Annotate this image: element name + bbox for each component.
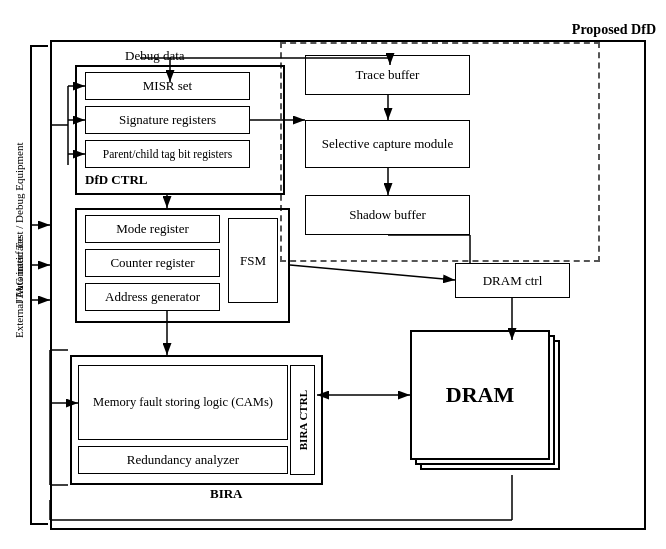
redundancy-analyzer-label: Redundancy analyzer: [127, 452, 239, 468]
signature-registers-label: Signature registers: [119, 112, 216, 128]
bira-ctrl-label: BIRA CTRL: [297, 390, 309, 450]
trace-buffer-label: Trace buffer: [356, 67, 420, 83]
left-bracket-bar: [30, 45, 48, 525]
misr-set-box: MISR set: [85, 72, 250, 100]
trace-buffer-box: Trace buffer: [305, 55, 470, 95]
selective-capture-box: Selective capture module: [305, 120, 470, 168]
proposed-dfd-label: Proposed DfD: [572, 22, 656, 38]
shadow-buffer-label: Shadow buffer: [349, 207, 426, 223]
dram-ctrl-box: DRAM ctrl: [455, 263, 570, 298]
signature-registers-box: Signature registers: [85, 106, 250, 134]
redundancy-analyzer-box: Redundancy analyzer: [78, 446, 288, 474]
counter-register-label: Counter register: [110, 255, 194, 271]
bira-label: BIRA: [210, 486, 243, 502]
dram-main-box: DRAM: [410, 330, 550, 460]
misr-set-label: MISR set: [143, 78, 192, 94]
counter-register-box: Counter register: [85, 249, 220, 277]
fsm-label: FSM: [240, 253, 266, 269]
memory-fault-label: Memory fault storing logic (CAMs): [93, 395, 273, 410]
dram-stack: DRAM: [410, 330, 565, 475]
parent-child-tag-box: Parent/child tag bit registers: [85, 140, 250, 168]
selective-capture-label: Selective capture module: [322, 136, 453, 152]
bira-ctrl-box: BIRA CTRL: [290, 365, 315, 475]
address-generator-box: Address generator: [85, 283, 220, 311]
dram-ctrl-label: DRAM ctrl: [483, 273, 543, 289]
memory-fault-box: Memory fault storing logic (CAMs): [78, 365, 288, 440]
fsm-box: FSM: [228, 218, 278, 303]
dram-label: DRAM: [446, 382, 514, 408]
diagram-container: Proposed DfD External Automatic Test / D…: [10, 10, 656, 539]
dfd-ctrl-label: DfD CTRL: [85, 172, 147, 188]
address-generator-label: Address generator: [105, 289, 200, 305]
mode-register-box: Mode register: [85, 215, 220, 243]
parent-child-tag-label: Parent/child tag bit registers: [103, 148, 232, 160]
mode-register-label: Mode register: [116, 221, 189, 237]
shadow-buffer-box: Shadow buffer: [305, 195, 470, 235]
debug-data-label: Debug data: [125, 48, 185, 64]
jtag-label: JTAG interface: [10, 210, 28, 330]
